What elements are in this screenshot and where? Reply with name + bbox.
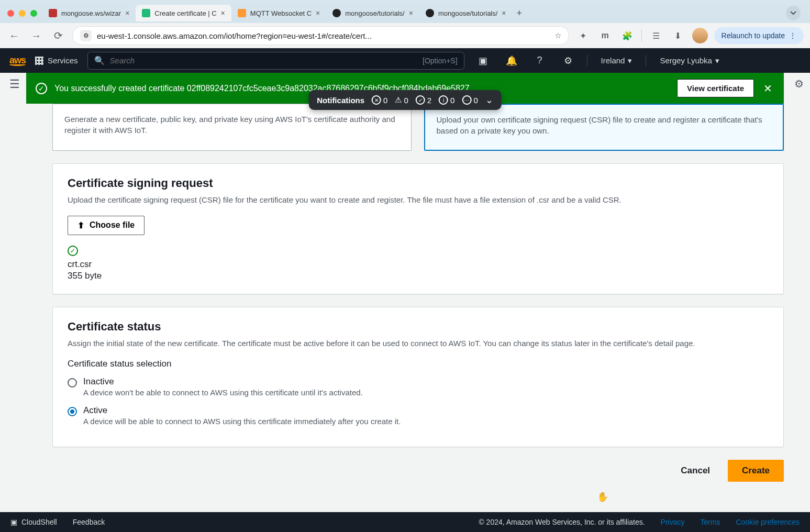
status-desc: Assign the initial state of the new cert… bbox=[68, 338, 769, 350]
window-controls bbox=[5, 10, 42, 17]
tab-title: mongoose.ws/wizar bbox=[61, 9, 121, 17]
tab-title: mongoose/tutorials/ bbox=[345, 9, 404, 17]
settings-icon[interactable]: ⚙ bbox=[559, 51, 578, 70]
favicon-icon bbox=[142, 9, 150, 17]
option-desc: Generate a new certificate, public key, … bbox=[64, 114, 400, 136]
extensions-button[interactable]: 🧩 bbox=[619, 28, 635, 43]
profile-avatar[interactable] bbox=[692, 28, 708, 43]
favicon-icon bbox=[238, 9, 246, 17]
create-button[interactable]: Create bbox=[728, 460, 784, 482]
favicon-icon bbox=[49, 9, 57, 17]
page-settings-icon[interactable]: ⚙ bbox=[794, 77, 804, 90]
terms-link[interactable]: Terms bbox=[700, 518, 720, 526]
option-desc: Upload your own certificate signing requ… bbox=[437, 114, 772, 136]
region-label: Ireland bbox=[601, 56, 625, 65]
maximize-window-button[interactable] bbox=[30, 10, 37, 17]
minimize-window-button[interactable] bbox=[19, 10, 26, 17]
region-selector[interactable]: Ireland ▾ bbox=[597, 56, 637, 65]
status-panel: Certificate status Assign the initial st… bbox=[52, 307, 784, 448]
url-input[interactable]: ⚙ eu-west-1.console.aws.amazon.com/iot/h… bbox=[72, 26, 569, 45]
reading-list-icon[interactable]: ☰ bbox=[648, 28, 664, 43]
downloads-icon[interactable]: ⬇ bbox=[670, 28, 686, 43]
status-heading: Certificate status bbox=[68, 320, 769, 334]
radio-active[interactable]: Active A device will be able to connect … bbox=[68, 405, 769, 426]
close-tab-icon[interactable]: × bbox=[409, 9, 413, 17]
cookies-link[interactable]: Cookie preferences bbox=[736, 518, 800, 526]
notifications-popover[interactable]: Notifications ✕0 ⚠0 ✓2 i0 ⋯0 ⌄ bbox=[308, 90, 502, 110]
browser-tab[interactable]: MQTT Websocket C × bbox=[231, 5, 326, 21]
search-hint: [Option+S] bbox=[423, 57, 458, 65]
privacy-link[interactable]: Privacy bbox=[661, 518, 685, 526]
help-icon[interactable]: ? bbox=[530, 51, 549, 70]
services-button[interactable]: Services bbox=[35, 56, 78, 65]
close-tab-icon[interactable]: × bbox=[316, 9, 320, 17]
success-icon: ✓ bbox=[416, 95, 425, 105]
user-menu[interactable]: Sergey Lyubka ▾ bbox=[656, 56, 724, 65]
option-upload-csr[interactable]: Upload your own certificate signing requ… bbox=[424, 104, 784, 151]
aws-logo[interactable]: aws bbox=[9, 55, 26, 66]
aws-footer: ▣ CloudShell Feedback © 2024, Amazon Web… bbox=[0, 512, 810, 532]
close-tab-icon[interactable]: × bbox=[221, 9, 225, 17]
status-subheading: Certificate status selection bbox=[68, 359, 769, 369]
notif-count: 0 bbox=[473, 96, 478, 105]
notif-count: 0 bbox=[404, 96, 408, 105]
terminal-icon: ▣ bbox=[10, 518, 17, 526]
radio-label: Active bbox=[83, 405, 401, 416]
browser-tab[interactable]: mongoose.ws/wizar × bbox=[42, 5, 136, 21]
check-circle-icon: ✓ bbox=[68, 246, 78, 256]
csr-panel: Certificate signing request Upload the c… bbox=[52, 163, 784, 294]
close-flash-icon[interactable]: ✕ bbox=[761, 80, 774, 97]
chevron-down-icon bbox=[790, 11, 796, 15]
radio-button-checked[interactable] bbox=[68, 407, 77, 416]
csr-desc: Upload the certificate signing request (… bbox=[68, 194, 769, 206]
browser-tab[interactable]: mongoose/tutorials/ × bbox=[419, 5, 513, 21]
search-icon: 🔍 bbox=[94, 56, 105, 65]
choose-file-button[interactable]: ⬆ Choose file bbox=[68, 216, 145, 235]
services-label: Services bbox=[48, 56, 78, 65]
check-circle-icon: ✓ bbox=[36, 83, 47, 94]
option-auto-generate[interactable]: Generate a new certificate, public key, … bbox=[52, 104, 412, 151]
tab-overflow-button[interactable] bbox=[786, 6, 801, 20]
close-window-button[interactable] bbox=[7, 10, 14, 17]
close-tab-icon[interactable]: × bbox=[502, 9, 506, 17]
extension-icon[interactable]: ✦ bbox=[575, 28, 591, 43]
new-tab-button[interactable]: + bbox=[513, 4, 527, 23]
notifications-icon[interactable]: 🔔 bbox=[502, 51, 521, 70]
close-tab-icon[interactable]: × bbox=[125, 9, 129, 17]
radio-desc: A device won't be able to connect to AWS… bbox=[83, 388, 363, 397]
caret-down-icon: ▾ bbox=[628, 56, 632, 65]
chevron-down-icon[interactable]: ⌄ bbox=[485, 94, 493, 106]
browser-tab[interactable]: mongoose/tutorials/ × bbox=[326, 5, 419, 21]
action-row: Cancel Create bbox=[52, 460, 784, 492]
file-status: ✓ crt.csr 355 byte bbox=[68, 246, 769, 281]
error-icon: ✕ bbox=[372, 95, 381, 105]
cloudshell-icon[interactable]: ▣ bbox=[474, 51, 493, 70]
view-certificate-button[interactable]: View certificate bbox=[677, 79, 754, 97]
search-input[interactable] bbox=[110, 56, 417, 65]
tab-title: MQTT Websocket C bbox=[250, 9, 312, 17]
relaunch-label: Relaunch to update bbox=[722, 31, 785, 40]
grid-icon bbox=[35, 57, 43, 65]
site-info-icon[interactable]: ⚙ bbox=[80, 30, 92, 41]
info-icon: i bbox=[439, 95, 448, 105]
search-box[interactable]: 🔍 [Option+S] bbox=[87, 52, 464, 70]
more-icon: ⋮ bbox=[789, 31, 796, 40]
back-button[interactable]: ← bbox=[6, 28, 22, 43]
sidebar-toggle[interactable]: ☰ bbox=[9, 77, 20, 91]
star-icon[interactable]: ☆ bbox=[554, 31, 561, 40]
feedback-link[interactable]: Feedback bbox=[73, 518, 105, 526]
cancel-button[interactable]: Cancel bbox=[670, 460, 720, 482]
extension-icon[interactable]: m bbox=[597, 28, 613, 43]
radio-inactive[interactable]: Inactive A device won't be able to conne… bbox=[68, 376, 769, 397]
relaunch-button[interactable]: Relaunch to update ⋮ bbox=[714, 27, 804, 44]
choose-file-label: Choose file bbox=[90, 220, 135, 230]
radio-button[interactable] bbox=[68, 378, 77, 387]
tab-title: mongoose/tutorials/ bbox=[438, 9, 497, 17]
radio-desc: A device will be able to connect to AWS … bbox=[83, 417, 401, 426]
reload-button[interactable]: ⟳ bbox=[50, 28, 66, 43]
cloudshell-link[interactable]: ▣ CloudShell bbox=[10, 518, 57, 526]
github-icon bbox=[426, 9, 434, 17]
browser-tab-active[interactable]: Create certificate | C × bbox=[136, 5, 231, 21]
notifications-label: Notifications bbox=[317, 96, 364, 105]
forward-button[interactable]: → bbox=[28, 28, 44, 43]
